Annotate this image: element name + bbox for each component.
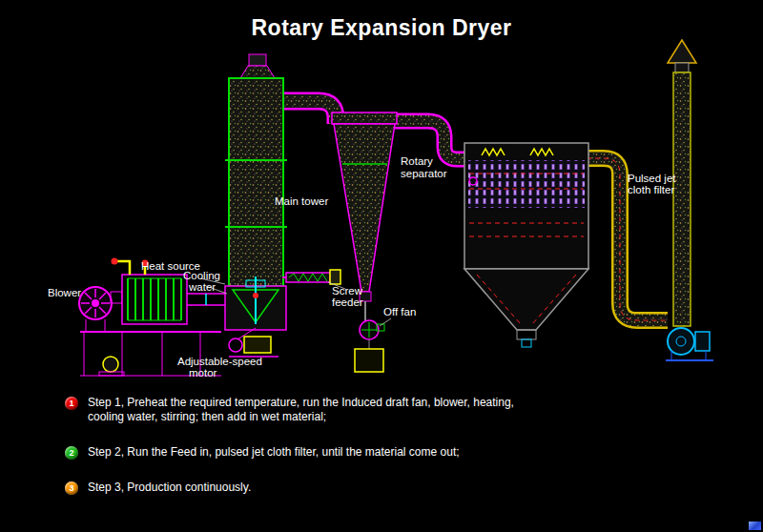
step-row-2: 2 Step 2, Run the Feed in, pulsed jet cl… — [65, 445, 521, 460]
corner-logo — [749, 522, 761, 530]
label-off-fan: Off fan — [383, 306, 416, 317]
label-cooling-water-line2: water — [188, 281, 216, 293]
step-2-badge: 2 — [65, 446, 78, 460]
label-rotary-separator-line1: Rotary — [401, 155, 433, 167]
label-cloth-filter-line2: cloth filter — [628, 184, 674, 195]
step-3-badge: 3 — [65, 481, 78, 495]
hot-air-duct — [187, 294, 225, 305]
step-2-text: Step 2, Run the Feed in, pulsed jet clot… — [88, 445, 460, 460]
dryer-diagram-page: Rotary Expansion Dryer — [0, 0, 763, 532]
label-adjustable-motor-line1: Adjustable-speed — [177, 356, 262, 367]
screw-feeder — [282, 270, 340, 284]
label-screw-feeder-line1: Screw — [332, 285, 363, 297]
label-cloth-filter-line1: Pulsed jet — [628, 173, 676, 184]
adjustable-speed-motor — [229, 328, 278, 357]
label-adjustable-motor-line2: motor — [189, 367, 217, 379]
label-blower: Blower — [48, 287, 81, 298]
main-tower — [225, 54, 287, 286]
label-main-tower: Main tower — [275, 195, 328, 207]
pipe-tower-to-separator — [282, 101, 336, 124]
cloth-filter — [464, 143, 588, 347]
blower — [79, 287, 122, 332]
step-row-1: 1 Step 1, Preheat the required temperatu… — [65, 396, 521, 424]
off-fan — [355, 301, 384, 372]
steps-legend: 1 Step 1, Preheat the required temperatu… — [65, 396, 521, 516]
step-1-text: Step 1, Preheat the required temperature… — [88, 396, 521, 424]
pipe-separator-to-filter — [391, 121, 469, 159]
label-rotary-separator-line2: separator — [401, 168, 447, 179]
step-3-text: Step 3, Production continuously. — [88, 481, 251, 495]
step-1-badge: 1 — [65, 397, 78, 410]
pump — [99, 357, 124, 376]
label-screw-feeder-line2: feeder — [332, 297, 363, 308]
rotary-separator — [332, 113, 397, 301]
step-row-3: 3 Step 3, Production continuously. — [65, 481, 521, 495]
induced-draft-fan — [666, 328, 713, 360]
label-cooling-water-line1: Cooling — [183, 270, 220, 281]
